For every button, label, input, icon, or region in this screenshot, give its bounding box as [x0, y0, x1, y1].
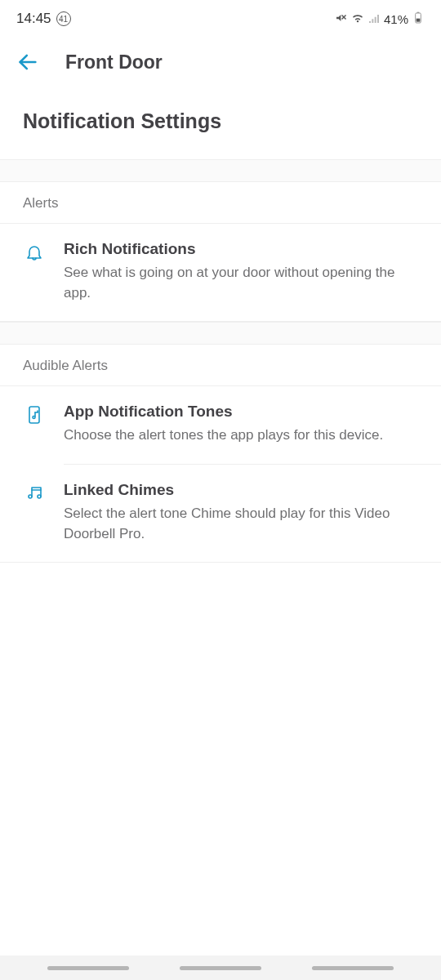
- bell-icon: [23, 242, 46, 263]
- arrow-left-icon: [16, 51, 39, 74]
- section-label-audible: Audible Alerts: [0, 345, 441, 386]
- battery-percent: 41%: [384, 12, 408, 26]
- mute-icon: [335, 11, 348, 27]
- svg-rect-1: [416, 18, 421, 21]
- wifi-icon: [351, 11, 364, 27]
- app-bar: Front Door: [0, 36, 441, 96]
- list-item-text: Rich Notifications See what is going on …: [64, 240, 418, 303]
- status-left: 14:45 41: [16, 11, 71, 27]
- status-right: 41%: [335, 11, 425, 27]
- nav-home[interactable]: [180, 966, 261, 970]
- list-item-title: Rich Notifications: [64, 240, 418, 258]
- back-button[interactable]: [16, 51, 39, 74]
- nav-recents[interactable]: [47, 966, 129, 970]
- nav-back[interactable]: [312, 966, 394, 970]
- status-time: 14:45: [16, 11, 51, 27]
- signal-icon: [368, 11, 381, 27]
- list-item-app-notification-tones[interactable]: App Notification Tones Choose the alert …: [0, 386, 441, 464]
- list-item-linked-chimes[interactable]: Linked Chimes Select the alert tone Chim…: [0, 465, 441, 563]
- list-item-rich-notifications[interactable]: Rich Notifications See what is going on …: [0, 224, 441, 322]
- phone-tone-icon: [23, 404, 46, 425]
- page-title: Front Door: [65, 51, 163, 74]
- page-heading: Notification Settings: [0, 96, 441, 159]
- list-item-desc: See what is going on at your door withou…: [64, 263, 418, 303]
- svg-rect-2: [417, 11, 420, 12]
- system-nav-bar: [0, 956, 441, 980]
- list-item-desc: Choose the alert tones the app plays for…: [64, 425, 418, 446]
- section-divider: [0, 322, 441, 345]
- music-note-icon: [23, 483, 46, 502]
- section-divider: [0, 159, 441, 182]
- svg-point-5: [33, 416, 35, 419]
- list-item-title: App Notification Tones: [64, 403, 418, 421]
- section-label-alerts: Alerts: [0, 182, 441, 224]
- list-item-text: App Notification Tones Choose the alert …: [64, 403, 418, 446]
- list-item-desc: Select the alert tone Chime should play …: [64, 504, 418, 544]
- list-item-text: Linked Chimes Select the alert tone Chim…: [64, 481, 418, 544]
- battery-icon: [412, 11, 425, 27]
- svg-point-6: [29, 495, 32, 498]
- notification-count-badge: 41: [56, 11, 71, 26]
- list-item-title: Linked Chimes: [64, 481, 418, 499]
- status-bar: 14:45 41 41%: [0, 0, 441, 36]
- svg-point-7: [38, 495, 41, 498]
- svg-rect-4: [29, 407, 39, 423]
